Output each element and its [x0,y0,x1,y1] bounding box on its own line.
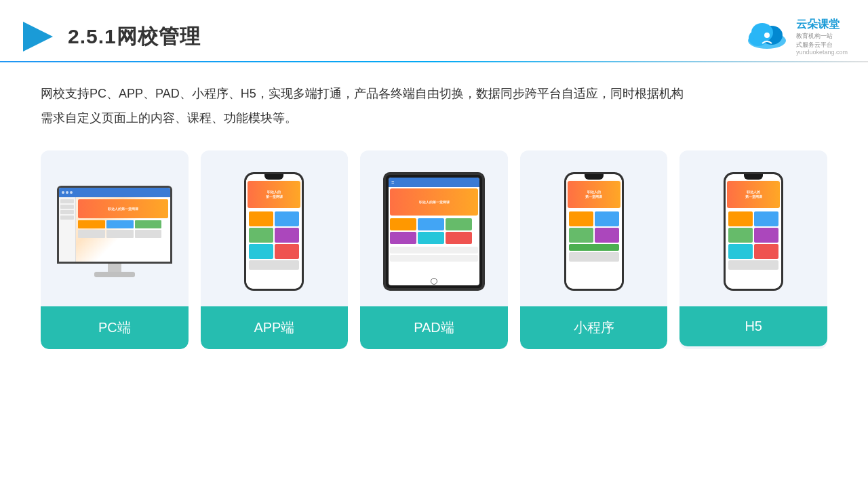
app-image-area: 职达人的第一堂网课 [201,150,349,306]
pad-tablet-body: ☰ 职达人的第一堂网课 [383,172,485,291]
logo-url: yunduoketang.com [796,49,848,56]
app-card-label: APP端 [201,306,349,349]
svg-point-5 [764,33,770,38]
logo-tagline: 教育机构一站 式服务云平台 [796,32,848,49]
miniprogram-phone-body: 职达人的第一堂网课 [564,172,624,291]
miniprogram-phone-mockup: 职达人的第一堂网课 [564,172,624,291]
app-card: 职达人的第一堂网课 [201,150,349,349]
h5-phone-mockup: 职达人的第一堂网课 [724,172,783,291]
miniprogram-card-label: 小程序 [520,306,668,349]
logo-text-area: 云朵课堂 教育机构一站 式服务云平台 yunduoketang.com [796,18,848,56]
pc-screen: 职达人的第一堂网课 [57,186,172,264]
logo-name: 云朵课堂 [796,18,848,32]
pad-mockup: ☰ 职达人的第一堂网课 [383,172,485,291]
pad-image-area: ☰ 职达人的第一堂网课 [360,150,508,306]
h5-phone-body: 职达人的第一堂网课 [724,172,783,291]
h5-card: 职达人的第一堂网课 [679,150,827,349]
pc-card: 职达人的第一堂网课 [41,150,189,349]
device-cards-row: 职达人的第一堂网课 [41,150,827,349]
pad-card: ☰ 职达人的第一堂网课 [360,150,508,349]
pad-card-label: PAD端 [360,306,508,349]
play-icon [20,19,56,54]
header: 2.5.1网校管理 云朵课堂 教育机构一站 式服务云平台 yunduoketan… [0,0,868,61]
header-left: 2.5.1网校管理 [20,19,201,54]
miniprogram-image-area: 职达人的第一堂网课 [520,150,668,306]
pc-mockup: 职达人的第一堂网课 [57,186,172,277]
description-text: 网校支持PC、APP、PAD、小程序、H5，实现多端打通，产品各终端自由切换，数… [41,81,827,130]
h5-image-area: 职达人的第一堂网课 [679,150,827,306]
desc-line1: 网校支持PC、APP、PAD、小程序、H5，实现多端打通，产品各终端自由切换，数… [41,81,827,106]
svg-point-4 [751,23,773,42]
pad-home-btn [431,278,437,285]
app-phone-mockup: 职达人的第一堂网课 [244,172,304,291]
pc-card-label: PC端 [41,306,189,349]
cloud-logo-icon [743,22,791,52]
svg-marker-0 [23,22,53,52]
logo-area: 云朵课堂 教育机构一站 式服务云平台 yunduoketang.com [743,18,848,56]
pc-image-area: 职达人的第一堂网课 [41,150,189,306]
page-title: 2.5.1网校管理 [68,23,201,51]
app-phone-body: 职达人的第一堂网课 [244,172,304,291]
desc-line2: 需求自定义页面上的内容、课程、功能模块等。 [41,106,827,130]
pad-screen: ☰ 职达人的第一堂网课 [389,178,479,285]
main-content: 网校支持PC、APP、PAD、小程序、H5，实现多端打通，产品各终端自由切换，数… [0,62,868,349]
miniprogram-card: 职达人的第一堂网课 [520,150,668,349]
h5-card-label: H5 [679,306,827,346]
